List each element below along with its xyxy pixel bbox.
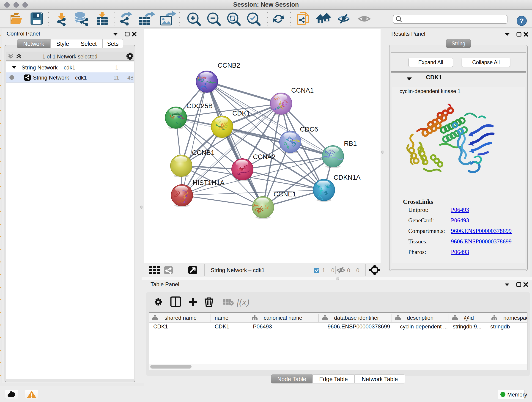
svg-text:0 – 0: 0 – 0 bbox=[347, 267, 359, 274]
svg-text:CCNB2: CCNB2 bbox=[218, 62, 240, 69]
svg-text:HIST1H1A: HIST1H1A bbox=[193, 179, 225, 186]
svg-text:CDC6: CDC6 bbox=[300, 126, 318, 133]
svg-text:CCNB1: CCNB1 bbox=[192, 149, 215, 156]
svg-text:String Network – cdk1: String Network – cdk1 bbox=[211, 267, 265, 273]
svg-text:CCNE1: CCNE1 bbox=[273, 191, 296, 198]
svg-text:RB1: RB1 bbox=[344, 140, 357, 147]
svg-text:f(x): f(x) bbox=[237, 297, 249, 307]
svg-text:?: ? bbox=[520, 17, 524, 25]
svg-text:1 – 0: 1 – 0 bbox=[322, 267, 334, 274]
svg-text:CDKN1A: CDKN1A bbox=[334, 174, 361, 181]
svg-text:CCNA1: CCNA1 bbox=[291, 87, 314, 94]
svg-text:CDC25B: CDC25B bbox=[186, 102, 213, 109]
svg-text:CCNA2: CCNA2 bbox=[253, 153, 275, 160]
svg-text:CDK1: CDK1 bbox=[232, 109, 250, 117]
